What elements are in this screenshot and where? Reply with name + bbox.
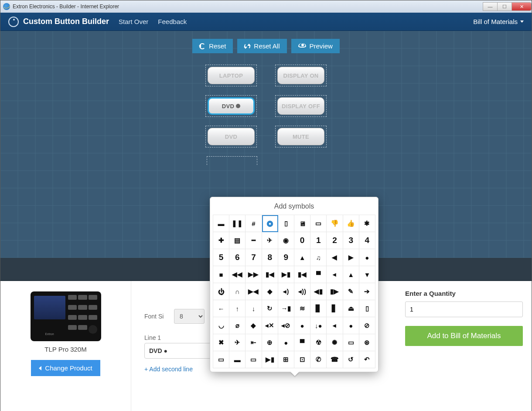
symbol-globe[interactable]: ⊕ <box>262 334 278 351</box>
symbol-bulb[interactable]: ✺ <box>327 334 343 351</box>
reset-button[interactable]: Reset <box>192 39 233 53</box>
symbol-hierarchy[interactable]: ⊞ <box>278 351 294 368</box>
symbol-pin[interactable]: ✈ <box>229 334 246 351</box>
symbol-forward[interactable]: ▶▶ <box>246 266 262 283</box>
symbol-monitor[interactable]: ▭ <box>213 351 229 368</box>
symbol-podium[interactable]: ▀ <box>294 334 310 351</box>
physical-button[interactable]: DISPLAY OFF <box>277 97 324 115</box>
symbol-5[interactable]: 5 <box>213 249 229 266</box>
quantity-input[interactable] <box>405 301 523 317</box>
symbol-mic-dot[interactable]: ● <box>294 317 310 334</box>
symbol-bar-left[interactable]: ◀▮ <box>310 283 327 300</box>
symbol-3[interactable]: 3 <box>343 232 359 249</box>
symbol-device[interactable]: ▯ <box>278 215 294 232</box>
symbol-logout[interactable]: ⇤ <box>246 334 262 351</box>
symbol-diamond[interactable]: ◆ <box>262 283 278 300</box>
symbol-stop[interactable]: ■ <box>213 266 229 283</box>
symbol-music[interactable]: ♫ <box>310 249 327 266</box>
symbol-camera[interactable]: ▀ <box>310 266 327 283</box>
physical-button[interactable]: MUTE <box>277 128 324 145</box>
symbol-collapse[interactable]: ▶◀ <box>246 283 262 300</box>
button-slot[interactable]: LAPTOP <box>205 65 257 86</box>
symbol-thumb-up[interactable]: 👍 <box>343 215 359 232</box>
symbol-down-tri[interactable]: ▼ <box>359 266 375 283</box>
symbol-card[interactable]: ▤ <box>229 232 246 249</box>
symbol-rocket[interactable]: ✈ <box>262 232 278 249</box>
window-maximize-button[interactable]: ☐ <box>497 2 512 11</box>
symbol-up-tri[interactable]: ▲ <box>343 266 359 283</box>
physical-button[interactable]: DVD <box>208 128 255 145</box>
symbol-network[interactable]: ⊡ <box>294 351 310 368</box>
symbol-display[interactable]: ▬ <box>229 351 246 368</box>
button-slot[interactable]: MUTE <box>275 126 327 147</box>
symbol-mic-mute[interactable]: ⌀ <box>229 317 246 334</box>
symbol-tape[interactable]: ▭ <box>310 215 327 232</box>
symbol-arrow-up[interactable]: ↑ <box>229 300 246 317</box>
symbol-badge[interactable]: ⊛ <box>359 334 375 351</box>
symbol-bluray[interactable]: ◉ <box>278 232 294 249</box>
symbol-tri-right[interactable]: ▶ <box>343 249 359 266</box>
change-product-button[interactable]: Change Product <box>31 360 100 376</box>
button-slot[interactable]: DVD <box>205 126 257 147</box>
symbol-laptop[interactable]: ▬ <box>213 215 229 232</box>
bill-of-materials-menu[interactable]: Bill of Materials <box>473 18 524 25</box>
symbol-8[interactable]: 8 <box>262 249 278 266</box>
symbol-tri-left[interactable]: ◀ <box>327 249 343 266</box>
physical-button[interactable]: DVD <box>208 97 255 115</box>
symbol-no-entry[interactable]: ⊘ <box>359 317 375 334</box>
symbol-vol-1[interactable]: ◂) <box>278 283 294 300</box>
symbol-screen-x[interactable]: ▭ <box>343 334 359 351</box>
symbol-arrow-left[interactable]: ← <box>213 300 229 317</box>
symbol-phone-icon[interactable]: ▯ <box>359 300 375 317</box>
symbol-rewind[interactable]: ◀◀ <box>229 266 246 283</box>
symbol-hash[interactable]: # <box>246 215 262 232</box>
symbol-vol-mute[interactable]: ◂ <box>327 317 343 334</box>
nav-feedback[interactable]: Feedback <box>158 18 187 25</box>
symbol-box[interactable]: ▊ <box>310 300 327 317</box>
symbol-mic-plain[interactable]: ● <box>343 317 359 334</box>
symbol-step[interactable]: →▮ <box>278 300 294 317</box>
symbol-7[interactable]: 7 <box>246 249 262 266</box>
symbol-minus[interactable]: ━ <box>246 232 262 249</box>
nav-start-over[interactable]: Start Over <box>119 18 148 25</box>
symbol-plus[interactable]: ✚ <box>213 232 229 249</box>
add-to-bom-button[interactable]: Add to Bill of Materials <box>405 326 523 346</box>
add-second-line-link[interactable]: + Add second line <box>144 366 193 373</box>
button-slot[interactable]: DISPLAY ON <box>275 65 327 86</box>
symbol-thumb-down[interactable]: 👎 <box>327 215 343 232</box>
symbol-vol-2[interactable]: ◂)) <box>294 283 310 300</box>
symbol-mic-arm[interactable]: ↓● <box>310 317 327 334</box>
symbol-phone[interactable]: ✆ <box>310 351 327 368</box>
symbol-vol-low[interactable]: ◂ <box>327 266 343 283</box>
preview-button[interactable]: Preview <box>291 39 340 53</box>
symbol-circle[interactable]: ● <box>359 249 375 266</box>
symbol-mic-off[interactable]: ✎ <box>343 283 359 300</box>
symbol-arrow-right[interactable]: ➔ <box>359 283 375 300</box>
symbol-loop[interactable]: ↻ <box>262 300 278 317</box>
symbol-radiation[interactable]: ☢ <box>310 334 327 351</box>
window-minimize-button[interactable]: — <box>483 2 498 11</box>
symbol-prev-track[interactable]: ▮◀ <box>294 266 310 283</box>
symbol-desktop[interactable]: 🖥 <box>294 215 310 232</box>
symbol-asterisk[interactable]: ✱ <box>359 215 375 232</box>
symbol-1[interactable]: 1 <box>310 232 327 249</box>
symbol-redial[interactable]: ↺ <box>343 351 359 368</box>
symbol-book[interactable]: ▋ <box>327 300 343 317</box>
symbol-2[interactable]: 2 <box>327 232 343 249</box>
physical-button[interactable]: LAPTOP <box>208 67 255 84</box>
reset-all-button[interactable]: Reset All <box>237 39 286 53</box>
button-slot[interactable]: DVD <box>205 95 257 117</box>
symbol-6[interactable]: 6 <box>229 249 246 266</box>
symbol-headphones[interactable]: ∩ <box>229 283 246 300</box>
symbol-x[interactable]: ✖ <box>213 334 229 351</box>
symbol-layers[interactable]: ≋ <box>294 300 310 317</box>
symbol-eject[interactable]: ⏏ <box>343 300 359 317</box>
symbol-undo-arrow[interactable]: ↶ <box>359 351 375 368</box>
window-close-button[interactable]: ✕ <box>512 2 532 11</box>
symbol-person[interactable]: ▲ <box>294 249 310 266</box>
symbol-skip-prev[interactable]: ▮◀ <box>262 266 278 283</box>
symbol-9[interactable]: 9 <box>278 249 294 266</box>
symbol-4[interactable]: 4 <box>359 232 375 249</box>
symbol-0[interactable]: 0 <box>294 232 310 249</box>
physical-button[interactable]: DISPLAY ON <box>277 67 324 84</box>
